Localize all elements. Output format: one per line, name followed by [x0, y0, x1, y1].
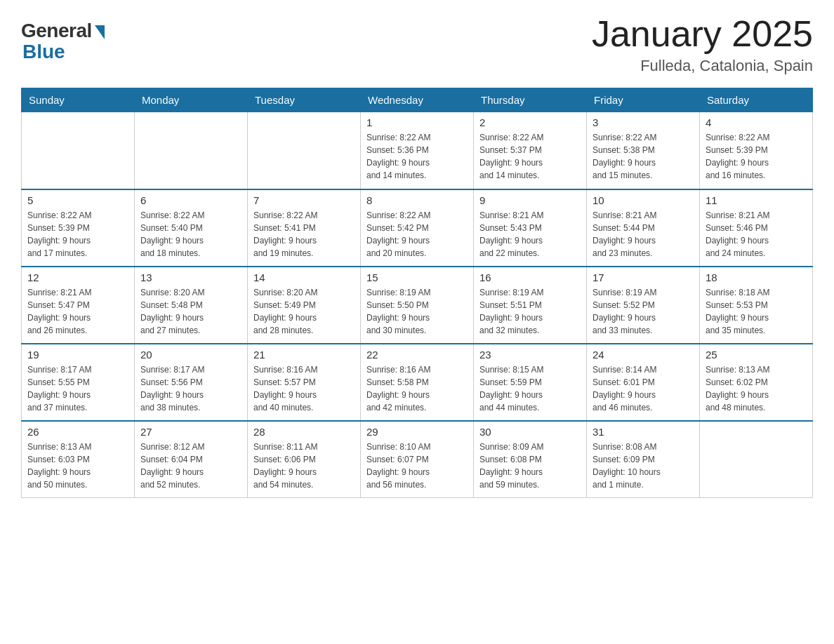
- calendar-cell-w1-d1: [135, 112, 248, 189]
- calendar-cell-w4-d4: 23Sunrise: 8:15 AM Sunset: 5:59 PM Dayli…: [474, 344, 587, 421]
- header-tuesday: Tuesday: [248, 88, 361, 112]
- month-title: January 2025: [592, 14, 813, 54]
- calendar-cell-w1-d6: 4Sunrise: 8:22 AM Sunset: 5:39 PM Daylig…: [700, 112, 813, 189]
- day-info: Sunrise: 8:21 AM Sunset: 5:44 PM Dayligh…: [593, 209, 694, 260]
- day-number: 20: [140, 349, 241, 361]
- day-info: Sunrise: 8:15 AM Sunset: 5:59 PM Dayligh…: [479, 363, 581, 414]
- day-number: 26: [27, 426, 128, 438]
- day-info: Sunrise: 8:19 AM Sunset: 5:51 PM Dayligh…: [479, 286, 581, 337]
- day-info: Sunrise: 8:18 AM Sunset: 5:53 PM Dayligh…: [706, 286, 807, 337]
- day-number: 17: [593, 271, 694, 283]
- header-wednesday: Wednesday: [361, 88, 474, 112]
- calendar-cell-w2-d2: 7Sunrise: 8:22 AM Sunset: 5:41 PM Daylig…: [248, 189, 361, 267]
- day-number: 13: [140, 271, 241, 283]
- header-sunday: Sunday: [22, 88, 135, 112]
- day-info: Sunrise: 8:16 AM Sunset: 5:57 PM Dayligh…: [253, 363, 355, 414]
- calendar-cell-w2-d1: 6Sunrise: 8:22 AM Sunset: 5:40 PM Daylig…: [135, 189, 248, 267]
- day-number: 28: [253, 426, 355, 438]
- day-info: Sunrise: 8:10 AM Sunset: 6:07 PM Dayligh…: [366, 441, 468, 491]
- day-info: Sunrise: 8:17 AM Sunset: 5:55 PM Dayligh…: [27, 363, 128, 414]
- calendar-cell-w2-d4: 9Sunrise: 8:21 AM Sunset: 5:43 PM Daylig…: [474, 189, 587, 267]
- day-number: 29: [366, 426, 468, 438]
- calendar-cell-w4-d2: 21Sunrise: 8:16 AM Sunset: 5:57 PM Dayli…: [248, 344, 361, 421]
- day-info: Sunrise: 8:22 AM Sunset: 5:36 PM Dayligh…: [366, 131, 468, 182]
- calendar-cell-w4-d3: 22Sunrise: 8:16 AM Sunset: 5:58 PM Dayli…: [361, 344, 474, 421]
- day-info: Sunrise: 8:17 AM Sunset: 5:56 PM Dayligh…: [140, 363, 241, 414]
- week-row-1: 1Sunrise: 8:22 AM Sunset: 5:36 PM Daylig…: [22, 112, 813, 189]
- day-number: 18: [706, 271, 807, 283]
- day-number: 22: [366, 349, 468, 361]
- day-number: 2: [479, 116, 581, 128]
- day-info: Sunrise: 8:20 AM Sunset: 5:49 PM Dayligh…: [253, 286, 355, 337]
- day-info: Sunrise: 8:21 AM Sunset: 5:46 PM Dayligh…: [706, 209, 807, 260]
- day-info: Sunrise: 8:22 AM Sunset: 5:40 PM Dayligh…: [140, 209, 241, 260]
- day-number: 10: [593, 194, 694, 206]
- calendar-cell-w2-d3: 8Sunrise: 8:22 AM Sunset: 5:42 PM Daylig…: [361, 189, 474, 267]
- logo-general-text: General: [21, 20, 92, 42]
- day-info: Sunrise: 8:16 AM Sunset: 5:58 PM Dayligh…: [366, 363, 468, 414]
- day-number: 6: [140, 194, 241, 206]
- calendar-cell-w4-d5: 24Sunrise: 8:14 AM Sunset: 6:01 PM Dayli…: [587, 344, 700, 421]
- calendar-cell-w5-d1: 27Sunrise: 8:12 AM Sunset: 6:04 PM Dayli…: [135, 421, 248, 498]
- calendar-cell-w5-d6: [700, 421, 813, 498]
- day-info: Sunrise: 8:09 AM Sunset: 6:08 PM Dayligh…: [479, 441, 581, 491]
- calendar-cell-w3-d1: 13Sunrise: 8:20 AM Sunset: 5:48 PM Dayli…: [135, 267, 248, 344]
- header-monday: Monday: [135, 88, 248, 112]
- day-number: 16: [479, 271, 581, 283]
- logo-triangle-icon: [95, 25, 105, 39]
- day-number: 30: [479, 426, 581, 438]
- calendar-cell-w2-d6: 11Sunrise: 8:21 AM Sunset: 5:46 PM Dayli…: [700, 189, 813, 267]
- day-info: Sunrise: 8:13 AM Sunset: 6:03 PM Dayligh…: [27, 441, 128, 491]
- calendar-table: Sunday Monday Tuesday Wednesday Thursday…: [21, 88, 813, 498]
- calendar-cell-w4-d0: 19Sunrise: 8:17 AM Sunset: 5:55 PM Dayli…: [22, 344, 135, 421]
- day-number: 1: [366, 116, 468, 128]
- location-title: Fulleda, Catalonia, Spain: [592, 57, 813, 75]
- day-info: Sunrise: 8:21 AM Sunset: 5:47 PM Dayligh…: [27, 286, 128, 337]
- day-number: 3: [593, 116, 694, 128]
- day-info: Sunrise: 8:21 AM Sunset: 5:43 PM Dayligh…: [479, 209, 581, 260]
- day-number: 9: [479, 194, 581, 206]
- calendar-cell-w3-d6: 18Sunrise: 8:18 AM Sunset: 5:53 PM Dayli…: [700, 267, 813, 344]
- calendar-cell-w3-d4: 16Sunrise: 8:19 AM Sunset: 5:51 PM Dayli…: [474, 267, 587, 344]
- day-number: 11: [706, 194, 807, 206]
- day-info: Sunrise: 8:22 AM Sunset: 5:41 PM Dayligh…: [253, 209, 355, 260]
- calendar-cell-w3-d0: 12Sunrise: 8:21 AM Sunset: 5:47 PM Dayli…: [22, 267, 135, 344]
- day-info: Sunrise: 8:20 AM Sunset: 5:48 PM Dayligh…: [140, 286, 241, 337]
- day-info: Sunrise: 8:08 AM Sunset: 6:09 PM Dayligh…: [593, 441, 694, 491]
- calendar-cell-w4-d6: 25Sunrise: 8:13 AM Sunset: 6:02 PM Dayli…: [700, 344, 813, 421]
- calendar-cell-w5-d0: 26Sunrise: 8:13 AM Sunset: 6:03 PM Dayli…: [22, 421, 135, 498]
- day-number: 27: [140, 426, 241, 438]
- header-saturday: Saturday: [700, 88, 813, 112]
- day-number: 7: [253, 194, 355, 206]
- week-row-4: 19Sunrise: 8:17 AM Sunset: 5:55 PM Dayli…: [22, 344, 813, 421]
- calendar-cell-w3-d5: 17Sunrise: 8:19 AM Sunset: 5:52 PM Dayli…: [587, 267, 700, 344]
- title-block: January 2025 Fulleda, Catalonia, Spain: [592, 14, 813, 75]
- day-number: 14: [253, 271, 355, 283]
- day-info: Sunrise: 8:22 AM Sunset: 5:38 PM Dayligh…: [593, 131, 694, 182]
- day-info: Sunrise: 8:22 AM Sunset: 5:39 PM Dayligh…: [706, 131, 807, 182]
- day-info: Sunrise: 8:19 AM Sunset: 5:50 PM Dayligh…: [366, 286, 468, 337]
- day-number: 21: [253, 349, 355, 361]
- calendar-cell-w1-d2: [248, 112, 361, 189]
- day-info: Sunrise: 8:22 AM Sunset: 5:37 PM Dayligh…: [479, 131, 581, 182]
- day-number: 5: [27, 194, 128, 206]
- header-thursday: Thursday: [474, 88, 587, 112]
- logo: General Blue: [21, 20, 105, 63]
- day-info: Sunrise: 8:12 AM Sunset: 6:04 PM Dayligh…: [140, 441, 241, 491]
- day-info: Sunrise: 8:22 AM Sunset: 5:42 PM Dayligh…: [366, 209, 468, 260]
- calendar-cell-w5-d2: 28Sunrise: 8:11 AM Sunset: 6:06 PM Dayli…: [248, 421, 361, 498]
- calendar-cell-w1-d4: 2Sunrise: 8:22 AM Sunset: 5:37 PM Daylig…: [474, 112, 587, 189]
- day-number: 31: [593, 426, 694, 438]
- calendar-cell-w1-d3: 1Sunrise: 8:22 AM Sunset: 5:36 PM Daylig…: [361, 112, 474, 189]
- page-header: General Blue January 2025 Fulleda, Catal…: [21, 14, 813, 75]
- calendar-cell-w4-d1: 20Sunrise: 8:17 AM Sunset: 5:56 PM Dayli…: [135, 344, 248, 421]
- day-number: 23: [479, 349, 581, 361]
- day-info: Sunrise: 8:19 AM Sunset: 5:52 PM Dayligh…: [593, 286, 694, 337]
- day-number: 25: [706, 349, 807, 361]
- calendar-cell-w5-d5: 31Sunrise: 8:08 AM Sunset: 6:09 PM Dayli…: [587, 421, 700, 498]
- calendar-cell-w1-d0: [22, 112, 135, 189]
- weekday-header-row: Sunday Monday Tuesday Wednesday Thursday…: [22, 88, 813, 112]
- calendar-cell-w2-d0: 5Sunrise: 8:22 AM Sunset: 5:39 PM Daylig…: [22, 189, 135, 267]
- day-number: 15: [366, 271, 468, 283]
- header-friday: Friday: [587, 88, 700, 112]
